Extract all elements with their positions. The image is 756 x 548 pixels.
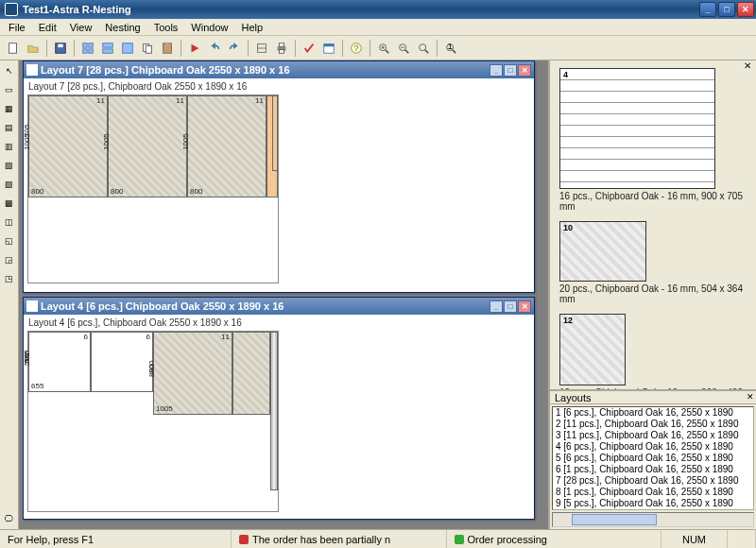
menu-window[interactable]: Window: [184, 20, 234, 35]
svg-line-24: [386, 49, 389, 53]
toolbar-sep: [295, 40, 296, 57]
layout-item[interactable]: 4 [6 pcs.], Chipboard Oak 16, 2550 x 189…: [553, 441, 753, 453]
svg-rect-7: [103, 43, 113, 46]
layout-item[interactable]: 7 [28 pcs.], Chipboard Oak 16, 2550 x 18…: [553, 475, 753, 487]
child-maximize-button[interactable]: □: [504, 300, 517, 313]
svg-rect-9: [123, 43, 133, 53]
panel-k-icon[interactable]: ◳: [1, 270, 18, 287]
layout-icon: [26, 64, 38, 76]
menu-nesting[interactable]: Nesting: [98, 20, 146, 35]
toolbar-sep: [180, 40, 181, 57]
svg-line-28: [405, 49, 409, 53]
maximize-button[interactable]: □: [718, 2, 735, 17]
child-minimize-button[interactable]: _: [490, 300, 503, 313]
layouts-scrollbar[interactable]: [552, 512, 754, 527]
screen-icon[interactable]: 🖵: [1, 510, 18, 527]
layout-item[interactable]: 3 [11 pcs.], Chipboard Oak 16, 2550 x 18…: [553, 430, 753, 441]
help-icon[interactable]: ?: [347, 39, 366, 58]
layouts-close-icon[interactable]: ✕: [747, 392, 754, 402]
paste-icon[interactable]: [158, 39, 177, 58]
open-icon[interactable]: [24, 39, 43, 58]
svg-rect-0: [9, 43, 17, 53]
child-minimize-button[interactable]: _: [490, 64, 503, 77]
layout-item[interactable]: 1 [6 pcs.], Chipboard Oak 16, 2550 x 189…: [553, 407, 753, 419]
layout-item[interactable]: 2 [11 pcs.], Chipboard Oak 16, 2550 x 18…: [553, 419, 753, 430]
nesting-sheet[interactable]: 6285 6285 6285 4705900 705900 2720 2720 …: [27, 94, 279, 283]
panel-b-icon[interactable]: ▦: [1, 100, 18, 117]
layout-grid2-icon[interactable]: [98, 39, 117, 58]
app-icon: [5, 3, 18, 16]
panel-h-icon[interactable]: ◫: [1, 214, 18, 231]
panel-e-icon[interactable]: ▧: [1, 157, 18, 174]
close-button[interactable]: ✕: [737, 2, 754, 17]
save-icon[interactable]: [51, 39, 70, 58]
check-icon[interactable]: [300, 39, 318, 58]
panel-a-icon[interactable]: ▭: [1, 81, 18, 98]
layout-window-7[interactable]: Layout 7 [28 pcs.] Chipboard Oak 2550 x …: [23, 60, 535, 293]
layout-item[interactable]: 8 [1 pcs.], Chipboard Oak 16, 2550 x 189…: [553, 487, 753, 498]
part-thumb[interactable]: 12: [559, 314, 626, 385]
panel-f-icon[interactable]: ▨: [1, 176, 18, 193]
nesting-sheet[interactable]: 6285 6285 720 14 6565655 6565655 6566655…: [27, 331, 279, 512]
toolbar-sep: [369, 40, 370, 57]
layouts-list[interactable]: 1 [6 pcs.], Chipboard Oak 16, 2550 x 189…: [552, 406, 754, 510]
layout-item[interactable]: 9 [5 pcs.], Chipboard Oak 16, 2550 x 189…: [553, 498, 753, 509]
menu-view[interactable]: View: [63, 20, 99, 35]
calendar-icon[interactable]: [319, 39, 338, 58]
panel-d-icon[interactable]: ▥: [1, 138, 18, 155]
child-close-button[interactable]: ✕: [518, 300, 531, 313]
arrow-icon[interactable]: ↖: [1, 62, 18, 79]
toolbar-sep: [248, 40, 249, 57]
menu-edit[interactable]: Edit: [32, 20, 63, 35]
panel-i-icon[interactable]: ◱: [1, 232, 18, 249]
layouts-header-text: Layouts: [555, 392, 592, 403]
child-close-button[interactable]: ✕: [518, 64, 531, 77]
svg-rect-20: [324, 43, 335, 46]
panel-c-icon[interactable]: ▤: [1, 119, 18, 136]
zoom-in-icon[interactable]: [374, 39, 393, 58]
child-caption: Layout 7 [28 pcs.], Chipboard Oak 2550 x…: [26, 80, 532, 93]
panel-close-icon[interactable]: ✕: [741, 60, 754, 72]
menu-file[interactable]: File: [2, 20, 32, 35]
layout-grid3-icon[interactable]: [118, 39, 137, 58]
child-maximize-button[interactable]: □: [504, 64, 517, 77]
copy-icon[interactable]: [138, 39, 157, 58]
menu-tools[interactable]: Tools: [147, 20, 185, 35]
flag-green-icon: [455, 535, 464, 544]
undo-icon[interactable]: [205, 39, 224, 58]
svg-line-33: [453, 49, 456, 53]
child-titlebar[interactable]: Layout 4 [6 pcs.] Chipboard Oak 2550 x 1…: [24, 298, 534, 315]
panel-j-icon[interactable]: ◲: [1, 251, 18, 268]
toolbar-sep: [437, 40, 438, 57]
zoom-fit-icon[interactable]: [414, 39, 433, 58]
new-icon[interactable]: [4, 39, 23, 58]
svg-rect-6: [89, 48, 93, 52]
menu-help[interactable]: Help: [234, 20, 269, 35]
zoom-out-icon[interactable]: [394, 39, 413, 58]
part-thumb[interactable]: 4: [559, 68, 715, 189]
zoom-reset-icon[interactable]: 1: [441, 39, 460, 58]
layout-icon: [26, 300, 38, 312]
svg-rect-2: [58, 43, 62, 47]
panel-g-icon[interactable]: ▩: [1, 195, 18, 212]
svg-text:?: ?: [353, 42, 358, 52]
part-thumb[interactable]: 10: [559, 221, 646, 282]
print-icon[interactable]: [272, 39, 291, 58]
play-icon[interactable]: [185, 39, 204, 58]
parts-list[interactable]: 4 16 pcs., Chipboard Oak - 16 mm, 900 x …: [550, 60, 756, 389]
scrollbar-thumb[interactable]: [572, 514, 657, 525]
redo-icon[interactable]: [225, 39, 244, 58]
minimize-button[interactable]: _: [699, 2, 716, 17]
svg-point-30: [420, 43, 426, 50]
layout-grid1-icon[interactable]: [78, 39, 97, 58]
layout-item[interactable]: 6 [1 pcs.], Chipboard Oak 16, 2550 x 189…: [553, 464, 753, 475]
layout-window-4[interactable]: Layout 4 [6 pcs.] Chipboard Oak 2550 x 1…: [23, 297, 535, 520]
left-toolbar: ↖ ▭ ▦ ▤ ▥ ▧ ▨ ▩ ◫ ◱ ◲ ◳ 🖵: [0, 60, 19, 529]
layout-item[interactable]: 5 [6 pcs.], Chipboard Oak 16, 2550 x 189…: [553, 453, 753, 464]
tool-a-icon[interactable]: [252, 39, 271, 58]
child-title: Layout 4 [6 pcs.] Chipboard Oak 2550 x 1…: [41, 300, 490, 312]
title-bar: Test1-Astra R-Nesting _ □ ✕: [0, 0, 756, 19]
toolbar-sep: [74, 40, 75, 57]
svg-rect-8: [103, 48, 113, 52]
child-titlebar[interactable]: Layout 7 [28 pcs.] Chipboard Oak 2550 x …: [24, 61, 534, 78]
